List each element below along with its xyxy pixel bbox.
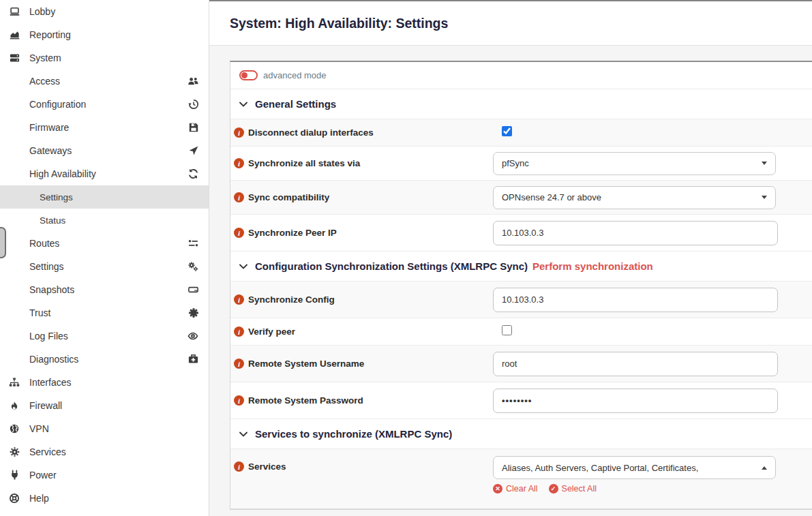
sidebar-item-label: VPN bbox=[29, 423, 49, 434]
sidebar-item-label: High Availability bbox=[29, 168, 187, 179]
sync-states-select[interactable]: pfSync bbox=[493, 152, 776, 175]
route-icon bbox=[187, 238, 199, 249]
field-label: Remote System Username bbox=[248, 359, 364, 369]
chevron-down-icon[interactable] bbox=[239, 431, 247, 437]
sidebar-item-high-availability[interactable]: High Availability bbox=[0, 162, 209, 185]
section-title: Configuration Synchronization Settings (… bbox=[255, 260, 528, 272]
perform-synchronization-link[interactable]: Perform synchronization bbox=[532, 260, 653, 272]
sidebar-item-configuration[interactable]: Configuration bbox=[0, 93, 209, 116]
advanced-mode-label: advanced mode bbox=[263, 70, 327, 80]
sidebar-item-lobby[interactable]: Lobby bbox=[0, 0, 209, 23]
settings-panel: advanced mode General Settings i Disconn… bbox=[230, 61, 812, 510]
section-services-sync[interactable]: Services to synchronize (XMLRPC Sync) bbox=[230, 419, 812, 449]
sidebar-item-snapshots[interactable]: Snapshots bbox=[0, 278, 209, 301]
section-title: Services to synchronize (XMLRPC Sync) bbox=[255, 428, 452, 440]
chevron-down-icon[interactable] bbox=[239, 264, 247, 269]
sync-compat-select[interactable]: OPNsense 24.7 or above bbox=[493, 186, 776, 209]
section-config-sync[interactable]: Configuration Synchronization Settings (… bbox=[230, 252, 812, 282]
field-sync-states: i Synchronize all states via pfSync bbox=[230, 147, 812, 181]
field-label: Verify peer bbox=[248, 327, 295, 337]
services-multiselect[interactable]: Aliases, Auth Servers, Captive Portal, C… bbox=[493, 456, 776, 479]
sidebar-item-log-files[interactable]: Log Files bbox=[0, 324, 209, 348]
sidebar-item-label: Services bbox=[29, 446, 66, 457]
sidebar-item-status[interactable]: Status bbox=[0, 209, 209, 232]
sidebar-item-diagnostics[interactable]: Diagnostics bbox=[0, 348, 209, 371]
sidebar-item-label: Status bbox=[40, 215, 65, 226]
section-general-settings[interactable]: General Settings bbox=[230, 89, 812, 119]
sidebar-item-label: Reporting bbox=[29, 29, 71, 40]
sidebar-item-label: Settings bbox=[29, 261, 187, 272]
sidebar-item-label: Interfaces bbox=[29, 377, 71, 388]
page-title: System: High Availability: Settings bbox=[230, 16, 448, 31]
sidebar-item-access[interactable]: Access bbox=[0, 70, 209, 93]
info-icon[interactable]: i bbox=[234, 127, 244, 138]
life-ring-icon bbox=[7, 493, 22, 504]
users-icon bbox=[187, 76, 199, 87]
remote-username-input[interactable] bbox=[493, 352, 778, 376]
sidebar-drawer-handle[interactable] bbox=[0, 227, 6, 258]
select-all-label: Select All bbox=[562, 484, 597, 494]
sidebar-item-power[interactable]: Power bbox=[0, 464, 209, 487]
field-label: Synchronize Config bbox=[248, 294, 335, 305]
sidebar-item-routes[interactable]: Routes bbox=[0, 232, 209, 255]
laptop-icon bbox=[7, 6, 22, 17]
sidebar-item-trust[interactable]: Trust bbox=[0, 301, 209, 324]
field-label: Synchronize all states via bbox=[248, 158, 360, 168]
sidebar-item-reporting[interactable]: Reporting bbox=[0, 23, 209, 46]
sidebar-item-settings[interactable]: Settings bbox=[0, 255, 209, 278]
sidebar-item-interfaces[interactable]: Interfaces bbox=[0, 371, 209, 394]
sidebar-item-label: Trust bbox=[29, 307, 188, 318]
sidebar-item-firmware[interactable]: Firmware bbox=[0, 116, 209, 139]
advanced-mode-row: advanced mode bbox=[230, 62, 812, 89]
info-icon[interactable]: i bbox=[234, 192, 244, 202]
sidebar-item-label: Access bbox=[29, 76, 187, 87]
sidebar-item-gateways[interactable]: Gateways bbox=[0, 139, 209, 162]
info-icon[interactable]: i bbox=[234, 359, 244, 369]
cogs-icon bbox=[187, 261, 199, 272]
info-icon[interactable]: i bbox=[234, 294, 244, 305]
sidebar-item-settings[interactable]: Settings bbox=[0, 185, 209, 209]
remote-password-input[interactable] bbox=[493, 389, 778, 413]
info-icon[interactable]: i bbox=[234, 228, 244, 238]
sidebar-item-firewall[interactable]: Firewall bbox=[0, 394, 209, 417]
cog-icon bbox=[7, 446, 22, 457]
info-icon[interactable]: i bbox=[234, 327, 244, 337]
app-window: LobbyReportingSystemAccessConfigurationF… bbox=[0, 0, 812, 516]
chart-area-icon bbox=[7, 29, 22, 40]
sidebar-item-vpn[interactable]: VPN bbox=[0, 417, 209, 440]
sync-config-input[interactable] bbox=[493, 288, 778, 312]
plug-icon bbox=[7, 470, 22, 481]
field-sync-config: i Synchronize Config bbox=[230, 282, 812, 318]
field-peer-ip: i Synchronize Peer IP bbox=[230, 215, 812, 252]
sidebar-item-label: System bbox=[29, 52, 61, 63]
sidebar-item-label: Help bbox=[29, 493, 49, 504]
info-icon[interactable]: i bbox=[234, 461, 244, 472]
select-value: Aliases, Auth Servers, Captive Portal, C… bbox=[502, 463, 698, 473]
sidebar-item-system[interactable]: System bbox=[0, 46, 209, 70]
chevron-down-icon[interactable] bbox=[239, 102, 247, 107]
verify-peer-checkbox[interactable] bbox=[502, 325, 512, 335]
location-arrow-icon bbox=[188, 145, 199, 156]
peer-ip-input[interactable] bbox=[493, 221, 778, 245]
info-icon[interactable]: i bbox=[234, 158, 244, 168]
field-label: Services bbox=[248, 461, 286, 472]
sidebar-item-services[interactable]: Services bbox=[0, 440, 209, 464]
sidebar-item-label: Routes bbox=[29, 238, 187, 249]
certificate-icon bbox=[188, 307, 199, 318]
field-verify-peer: i Verify peer bbox=[230, 318, 812, 346]
advanced-mode-toggle-icon[interactable] bbox=[239, 70, 258, 80]
hdd-icon bbox=[187, 284, 199, 295]
field-services: i Services Aliases, Auth Servers, Captiv… bbox=[230, 449, 812, 509]
select-all-button[interactable]: ✓ Select All bbox=[549, 484, 597, 494]
field-label: Synchronize Peer IP bbox=[248, 228, 337, 238]
eye-icon bbox=[187, 331, 199, 342]
info-icon[interactable]: i bbox=[234, 395, 244, 406]
caret-down-icon bbox=[762, 162, 767, 165]
fire-icon bbox=[7, 400, 22, 411]
sidebar-item-help[interactable]: Help bbox=[0, 487, 209, 510]
disconnect-dialup-checkbox[interactable] bbox=[502, 126, 512, 136]
clear-all-button[interactable]: ✕ Clear All bbox=[493, 484, 538, 494]
field-label: Remote System Password bbox=[248, 395, 363, 406]
select-value: OPNsense 24.7 or above bbox=[502, 192, 601, 202]
main-area: System: High Availability: Settings adva… bbox=[209, 0, 812, 516]
